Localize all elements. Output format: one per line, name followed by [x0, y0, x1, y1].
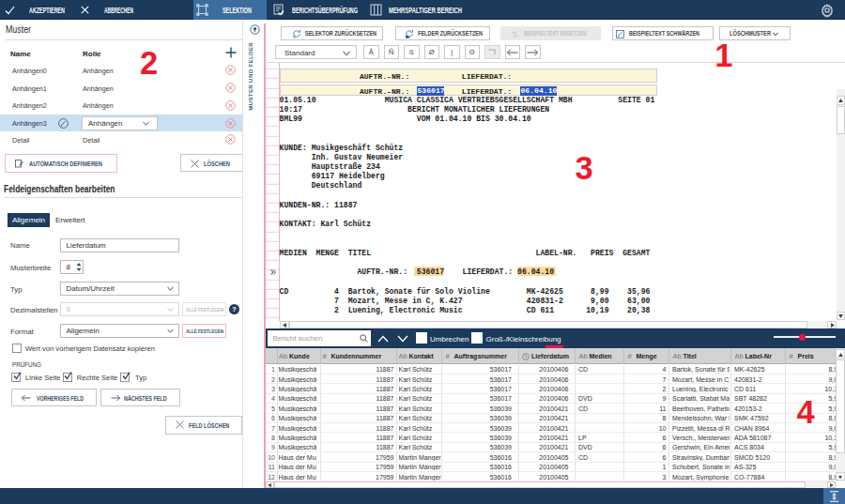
- svg-text:Muster: Muster: [6, 24, 32, 35]
- svg-text:FELD LÖSCHEN: FELD LÖSCHEN: [189, 421, 229, 429]
- svg-text:SELEKTOR ZURÜCKSETZEN: SELEKTOR ZURÜCKSETZEN: [305, 29, 376, 37]
- svg-text:ALLE FESTLEGEN: ALLE FESTLEGEN: [186, 306, 223, 313]
- svg-text:SELEKTION: SELEKTION: [223, 6, 252, 15]
- svg-text:BEISPIELTEXT SCHWÄRZEN: BEISPIELTEXT SCHWÄRZEN: [629, 30, 699, 37]
- svg-text:ALLE FESTLEGEN: ALLE FESTLEGEN: [186, 328, 223, 334]
- svg-text:MEHRSPALTIGER BEREICH: MEHRSPALTIGER BEREICH: [389, 6, 462, 15]
- svg-text:VORHERIGES FELD: VORHERIGES FELD: [37, 395, 84, 402]
- svg-text:AKZEPTIEREN: AKZEPTIEREN: [29, 6, 65, 15]
- svg-text:BEISPIELTEXT ERSETZEN: BEISPIELTEXT ERSETZEN: [524, 30, 587, 37]
- svg-text:FELDER ZURÜCKSETZEN: FELDER ZURÜCKSETZEN: [418, 29, 483, 37]
- svg-text:PRÜFUNG: PRÜFUNG: [12, 361, 41, 368]
- svg-text:BERICHTSÜBERPRÜFUNG: BERICHTSÜBERPRÜFUNG: [292, 6, 358, 15]
- svg-text:ABBRECHEN: ABBRECHEN: [104, 6, 133, 15]
- svg-text:Feldeigenschaften bearbeiten: Feldeigenschaften bearbeiten: [4, 184, 115, 194]
- svg-text:NÄCHSTES FELD: NÄCHSTES FELD: [124, 395, 167, 402]
- svg-text:AUTOMATISCH DEFINIEREN: AUTOMATISCH DEFINIEREN: [29, 160, 102, 167]
- svg-text:LÖSCHMUSTER: LÖSCHMUSTER: [730, 29, 771, 37]
- svg-text:LÖSCHEN: LÖSCHEN: [204, 160, 230, 167]
